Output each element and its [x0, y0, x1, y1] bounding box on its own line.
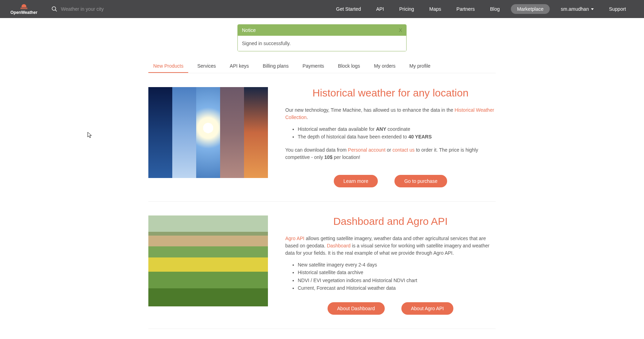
- nav-user-name: sm.amudhan: [561, 0, 589, 18]
- brand-name: OpenWeather: [10, 10, 37, 15]
- brand-logo[interactable]: OpenWeather: [10, 3, 37, 15]
- contact-us-link[interactable]: contact us: [392, 147, 415, 153]
- notice-message: Signed in successfully.: [238, 36, 406, 51]
- historical-weather-title: Historical weather for any location: [285, 87, 496, 99]
- nav-user-menu[interactable]: sm.amudhan: [553, 0, 601, 18]
- historical-bullets: Historical weather data available for AN…: [298, 125, 496, 141]
- nav-partners[interactable]: Partners: [449, 0, 482, 18]
- learn-more-button[interactable]: Learn more: [334, 175, 378, 187]
- nav-maps[interactable]: Maps: [422, 0, 449, 18]
- historical-intro: Our new technology, Time Machine, has al…: [285, 107, 496, 121]
- chevron-down-icon: [591, 8, 594, 10]
- agro-content: Dashboard and Agro API Agro API allows g…: [285, 215, 496, 315]
- nav-marketplace[interactable]: Marketplace: [511, 4, 550, 14]
- list-item: New satellite imagery every 2-4 days: [298, 261, 496, 269]
- historical-weather-content: Historical weather for any location Our …: [285, 87, 496, 187]
- top-header: OpenWeather Get Started API Pricing Maps…: [0, 0, 644, 18]
- tab-services[interactable]: Services: [192, 60, 221, 73]
- historical-pricing: You can download data from Personal acco…: [285, 146, 496, 161]
- main-content: Notice X Signed in successfully. New Pro…: [148, 18, 496, 329]
- tab-my-orders[interactable]: My orders: [369, 60, 400, 73]
- dashboard-link[interactable]: Dashboard: [327, 243, 351, 248]
- agro-api-link[interactable]: Agro API: [285, 236, 304, 241]
- agro-title: Dashboard and Agro API: [285, 215, 496, 227]
- about-dashboard-button[interactable]: About Dashboard: [328, 302, 385, 315]
- agro-intro: Agro API allows getting satellite imager…: [285, 235, 496, 257]
- tab-billing-plans[interactable]: Billing plans: [258, 60, 294, 73]
- historical-buttons: Learn more Go to purchase: [285, 175, 496, 187]
- personal-account-link[interactable]: Personal account: [348, 147, 385, 153]
- tab-my-profile[interactable]: My profile: [404, 60, 435, 73]
- about-agro-api-button[interactable]: About Agro API: [401, 302, 454, 315]
- agro-buttons: About Dashboard About Agro API: [285, 302, 496, 315]
- agro-bullets: New satellite imagery every 2-4 days His…: [298, 261, 496, 292]
- tab-api-keys[interactable]: API keys: [225, 60, 254, 73]
- search-wrap: [51, 6, 123, 12]
- list-item: Historical weather data available for AN…: [298, 125, 496, 133]
- tab-payments[interactable]: Payments: [298, 60, 329, 73]
- openweather-logo-icon: [19, 3, 29, 9]
- search-input[interactable]: [61, 6, 123, 12]
- tab-block-logs[interactable]: Block logs: [333, 60, 365, 73]
- nav-pricing[interactable]: Pricing: [392, 0, 422, 18]
- agro-image: [148, 215, 268, 306]
- nav-get-started[interactable]: Get Started: [329, 0, 369, 18]
- nav-blog[interactable]: Blog: [482, 0, 507, 18]
- svg-rect-3: [20, 9, 27, 9]
- nav-support[interactable]: Support: [601, 0, 634, 18]
- main-nav: Get Started API Pricing Maps Partners Bl…: [329, 0, 634, 18]
- nav-api[interactable]: API: [368, 0, 392, 18]
- list-item: Historical satellite data archive: [298, 269, 496, 276]
- historical-weather-image: [148, 87, 268, 178]
- mouse-cursor-icon: [87, 132, 93, 139]
- svg-rect-1: [20, 7, 28, 9]
- account-tabs: New Products Services API keys Billing p…: [148, 60, 496, 73]
- notice-title: Notice: [242, 27, 256, 33]
- notice-alert: Notice X Signed in successfully.: [237, 24, 407, 51]
- svg-point-4: [52, 7, 56, 10]
- go-to-purchase-button[interactable]: Go to purchase: [394, 175, 447, 187]
- tab-new-products[interactable]: New Products: [148, 60, 188, 73]
- list-item: The depth of historical data have been e…: [298, 133, 496, 141]
- section-historical-weather: Historical weather for any location Our …: [148, 73, 496, 202]
- notice-close-button[interactable]: X: [399, 27, 402, 33]
- search-icon: [51, 6, 58, 12]
- svg-line-5: [55, 10, 57, 11]
- svg-rect-2: [20, 8, 27, 8]
- notice-header: Notice X: [238, 25, 406, 36]
- list-item: NDVI / EVI vegetation indices and Histor…: [298, 277, 496, 284]
- list-item: Current, Forecast and Historical weather…: [298, 284, 496, 292]
- section-dashboard-agro: Dashboard and Agro API Agro API allows g…: [148, 202, 496, 329]
